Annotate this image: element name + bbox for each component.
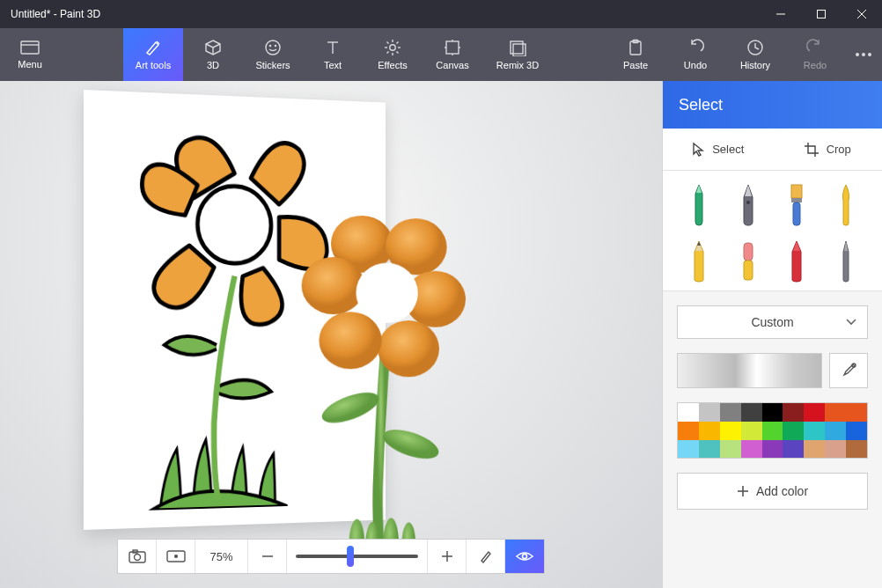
zoom-out-button[interactable] (248, 540, 287, 573)
canvas-label: Canvas (436, 60, 468, 70)
color-swatch[interactable] (825, 422, 846, 440)
color-swatch[interactable] (825, 440, 846, 459)
menu-button[interactable]: Menu (0, 28, 60, 81)
select-label: Select (712, 143, 744, 156)
remix3d-tab[interactable]: Remix 3D (482, 28, 553, 81)
close-button[interactable] (842, 0, 882, 28)
remix3d-label: Remix 3D (496, 60, 539, 70)
redo-button[interactable]: Redo (785, 28, 845, 81)
art-tools-tab[interactable]: Art tools (123, 28, 183, 81)
aspect-button[interactable] (157, 540, 195, 573)
color-swatch[interactable] (846, 403, 867, 422)
color-swatch[interactable] (804, 440, 825, 459)
color-swatch[interactable] (783, 403, 804, 422)
crayon-tool[interactable] (777, 238, 818, 285)
more-button[interactable] (845, 28, 882, 81)
color-swatch[interactable] (762, 422, 783, 440)
color-swatch[interactable] (678, 440, 699, 459)
select-crop-row: Select Crop (663, 129, 882, 171)
eyedropper-button[interactable] (829, 353, 868, 388)
color-swatch[interactable] (678, 403, 699, 422)
color-swatch[interactable] (783, 440, 804, 459)
svg-point-33 (379, 423, 441, 464)
svg-rect-22 (446, 41, 459, 54)
svg-rect-59 (744, 261, 753, 280)
add-color-label: Add color (756, 484, 808, 498)
title-bar: Untitled* - Paint 3D (0, 0, 882, 28)
svg-rect-45 (129, 552, 145, 562)
3d-tab[interactable]: 3D (183, 28, 243, 81)
svg-point-46 (134, 555, 140, 561)
color-swatch[interactable] (762, 403, 783, 422)
svg-point-53 (523, 555, 527, 559)
svg-rect-23 (511, 41, 523, 54)
canvas-zone[interactable]: 75% (0, 81, 662, 588)
svg-point-42 (319, 312, 381, 369)
current-color-swatch[interactable] (677, 353, 822, 388)
svg-rect-25 (630, 41, 641, 55)
svg-point-49 (174, 555, 177, 558)
svg-rect-56 (791, 198, 802, 202)
color-swatch[interactable] (783, 422, 804, 440)
thickness-section: Custom (663, 291, 882, 353)
color-swatch[interactable] (699, 422, 720, 440)
text-label: Text (324, 60, 342, 70)
color-swatch[interactable] (678, 422, 699, 440)
maximize-button[interactable] (801, 0, 842, 28)
color-swatch[interactable] (720, 403, 741, 422)
color-swatch[interactable] (825, 403, 846, 422)
color-swatch[interactable] (699, 440, 720, 459)
zoom-slider[interactable] (287, 540, 428, 573)
palette-section (663, 402, 882, 473)
color-swatch[interactable] (762, 440, 783, 459)
redo-label: Redo (804, 60, 827, 70)
camera-button[interactable] (118, 540, 157, 573)
svg-point-8 (266, 40, 280, 55)
edit-mode-button[interactable] (467, 540, 505, 573)
color-swatch[interactable] (846, 440, 867, 459)
marker-tool[interactable] (679, 181, 719, 229)
eraser-tool[interactable] (728, 238, 768, 285)
history-button[interactable]: History (725, 28, 785, 81)
art-tools-label: Art tools (136, 60, 171, 70)
calligraphy-tool[interactable] (728, 181, 768, 229)
color-swatch[interactable] (741, 440, 762, 459)
flower-3d-model (295, 192, 496, 565)
zoom-value: 75% (195, 540, 248, 573)
brush-tool[interactable] (777, 181, 818, 229)
zoom-in-button[interactable] (428, 540, 467, 573)
color-swatch[interactable] (699, 403, 720, 422)
svg-point-31 (197, 185, 271, 263)
color-swatch[interactable] (720, 440, 741, 459)
stickers-label: Stickers (255, 60, 290, 70)
svg-point-10 (275, 45, 276, 46)
plus-icon (737, 485, 749, 497)
color-swatch[interactable] (741, 422, 762, 440)
paste-button[interactable]: Paste (606, 28, 665, 81)
add-color-button[interactable]: Add color (677, 473, 868, 510)
pencil-tool[interactable] (679, 238, 719, 285)
eyedropper-icon (841, 363, 856, 379)
canvas-tab[interactable]: Canvas (423, 28, 482, 81)
undo-button[interactable]: Undo (665, 28, 725, 81)
svg-point-13 (390, 45, 395, 50)
crop-button[interactable]: Crop (773, 142, 883, 158)
select-button[interactable]: Select (663, 142, 773, 158)
effects-tab[interactable]: Effects (363, 28, 423, 81)
svg-rect-24 (513, 44, 526, 56)
color-swatch[interactable] (804, 403, 825, 422)
color-swatch[interactable] (720, 422, 741, 440)
oil-brush-tool[interactable] (826, 181, 866, 229)
color-swatch[interactable] (804, 422, 825, 440)
view-mode-button[interactable] (505, 540, 544, 573)
thickness-dropdown[interactable]: Custom (677, 305, 868, 339)
color-swatch[interactable] (846, 422, 867, 440)
pixel-pen-tool[interactable] (826, 238, 866, 285)
color-swatch[interactable] (741, 403, 762, 422)
history-label: History (740, 60, 770, 70)
text-tab[interactable]: Text (303, 28, 363, 81)
brush-tools (663, 171, 882, 291)
minimize-button[interactable] (761, 0, 801, 28)
stickers-tab[interactable]: Stickers (243, 28, 303, 81)
color-swatch-section (663, 353, 882, 402)
